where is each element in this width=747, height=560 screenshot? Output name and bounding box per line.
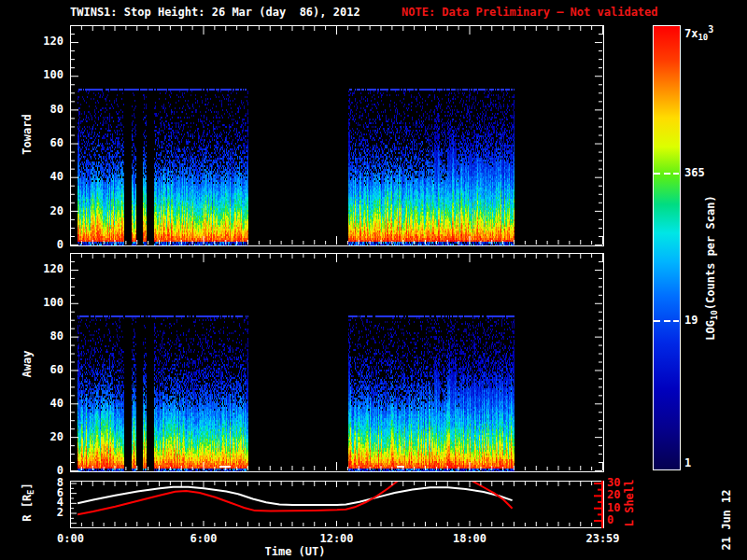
lshell-ytick-30: 30	[607, 476, 635, 490]
lshell-ytick-20: 20	[607, 488, 635, 502]
away-ytick-40: 40	[35, 397, 63, 411]
colorbar-tick-19: 19	[684, 314, 698, 328]
away-ytick-20: 20	[35, 430, 63, 444]
toward-ytick-60: 60	[35, 136, 63, 150]
colorbar-dash-19	[654, 320, 660, 322]
colorbar-bottom-label: 1	[684, 456, 691, 470]
date-stamp: 21 Jun 12	[720, 427, 735, 560]
colorbar-tick-365: 365	[684, 166, 705, 180]
r-axis-label: R [RE]	[21, 409, 35, 560]
colorbar-dash-365	[664, 173, 670, 175]
colorbar-top-label: 7x103	[684, 22, 713, 45]
toward-spectrogram-canvas	[71, 26, 603, 245]
page-title: TWINS1: Stop Height: 26 Mar (day 86), 20…	[70, 6, 360, 19]
toward-axis-label: Toward	[21, 41, 35, 228]
away-ytick-80: 80	[35, 329, 63, 343]
colorbar-axis-label: LOG10(Counts per Scan)	[704, 175, 719, 361]
figure-root: TWINS1: Stop Height: 26 Mar (day 86), 20…	[0, 0, 747, 560]
toward-ytick-40: 40	[35, 170, 63, 184]
orbit-panel	[70, 481, 604, 528]
toward-ytick-100: 100	[35, 68, 63, 82]
time-tick-23:59: 23:59	[575, 532, 631, 546]
time-axis-label: Time (UT)	[220, 545, 370, 559]
r-re-line	[78, 487, 512, 505]
lshell-ytick-10: 10	[607, 501, 635, 515]
lshell-ytick-0: 0	[607, 513, 635, 527]
toward-ytick-20: 20	[35, 204, 63, 218]
toward-ytick-80: 80	[35, 103, 63, 117]
r-ytick-8: 8	[43, 476, 63, 490]
l-shell-line-0	[78, 482, 403, 514]
l-shell-line-1	[466, 482, 513, 509]
figure-title: TWINS1: Stop Height: 26 Mar (day 86), 20…	[70, 6, 360, 19]
away-spectrogram-canvas	[71, 254, 603, 471]
time-tick-6:00: 6:00	[176, 532, 232, 546]
away-ytick-100: 100	[35, 296, 63, 310]
colorbar	[653, 25, 681, 470]
away-ytick-60: 60	[35, 363, 63, 377]
preliminary-note: NOTE: Data Preliminary — Not validated	[402, 6, 658, 19]
colorbar-gradient	[654, 26, 680, 469]
time-tick-12:00: 12:00	[309, 532, 365, 546]
colorbar-dash-365	[654, 173, 660, 175]
toward-ytick-120: 120	[35, 35, 63, 49]
toward-spectrogram-panel	[70, 25, 604, 246]
orbit-line-chart	[71, 482, 603, 527]
colorbar-dash-19	[673, 320, 679, 322]
away-spectrogram-panel	[70, 253, 604, 472]
away-ytick-120: 120	[35, 262, 63, 276]
toward-ytick-0: 0	[35, 238, 63, 252]
colorbar-dash-19	[664, 320, 670, 322]
colorbar-dash-365	[673, 173, 679, 175]
time-tick-18:00: 18:00	[442, 532, 498, 546]
time-tick-0:00: 0:00	[43, 532, 99, 546]
